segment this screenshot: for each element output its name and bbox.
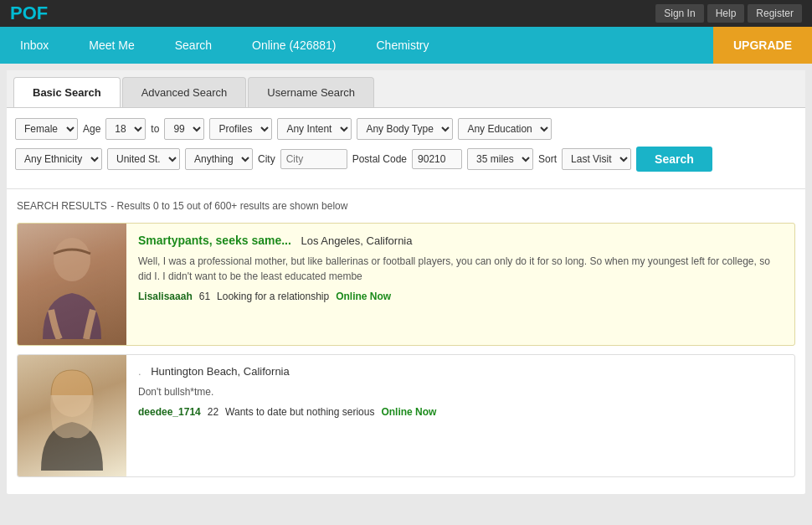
nav-search[interactable]: Search bbox=[155, 27, 232, 64]
sort-select[interactable]: Last Visit bbox=[562, 148, 631, 170]
to-label: to bbox=[151, 123, 159, 135]
result-info-1: Smartypants, seeks same... Los Angeles, … bbox=[126, 224, 794, 345]
age-to-select[interactable]: 99 bbox=[164, 118, 204, 140]
content-area: Basic Search Advanced Search Username Se… bbox=[7, 70, 805, 494]
result-title-row-1: Smartypants, seeks same... Los Angeles, … bbox=[138, 234, 783, 247]
result-online-1: Online Now bbox=[336, 291, 391, 302]
site-logo: POF bbox=[10, 3, 48, 24]
results-title: SEARCH RESULTS bbox=[17, 200, 107, 212]
result-status-1: Looking for a relationship bbox=[217, 291, 329, 302]
age-from-select[interactable]: 18 bbox=[105, 118, 146, 140]
register-button[interactable]: Register bbox=[748, 4, 802, 23]
profile-photo-icon-1 bbox=[34, 230, 110, 339]
intent-select[interactable]: Any Intent bbox=[277, 118, 352, 140]
education-select[interactable]: Any Education bbox=[458, 118, 552, 140]
signin-button[interactable]: Sign In bbox=[655, 4, 703, 23]
result-status-2: Wants to date but nothing serious bbox=[225, 406, 374, 418]
profile-photo-icon-2 bbox=[34, 362, 110, 471]
help-button[interactable]: Help bbox=[707, 4, 745, 23]
postal-input[interactable] bbox=[412, 149, 462, 169]
result-desc-1: Well, I was a professional mother, but l… bbox=[138, 254, 783, 284]
tab-username[interactable]: Username Search bbox=[248, 77, 374, 107]
body-type-select[interactable]: Any Body Type bbox=[357, 118, 453, 140]
result-meta-2: deedee_1714 22 Wants to date but nothing… bbox=[138, 406, 783, 418]
result-location-2: Huntington Beach, California bbox=[151, 365, 290, 378]
age-label: Age bbox=[83, 123, 100, 135]
main-nav: Inbox Meet Me Search Online (426881) Che… bbox=[0, 27, 812, 64]
filter-row-2: Any Ethnicity United St. Anything City P… bbox=[15, 147, 797, 172]
result-title-1[interactable]: Smartypants, seeks same... bbox=[138, 234, 291, 247]
country-select[interactable]: United St. bbox=[107, 148, 180, 170]
gender-select[interactable]: Female bbox=[15, 118, 78, 140]
profiles-select[interactable]: Profiles bbox=[209, 118, 272, 140]
nav-online[interactable]: Online (426881) bbox=[232, 27, 356, 64]
distance-select[interactable]: 35 miles bbox=[467, 148, 533, 170]
postal-label: Postal Code bbox=[352, 153, 407, 165]
tab-basic[interactable]: Basic Search bbox=[13, 77, 121, 107]
nav-upgrade[interactable]: UPGRADE bbox=[713, 27, 812, 64]
sort-label: Sort bbox=[538, 153, 557, 165]
search-button[interactable]: Search bbox=[636, 147, 712, 172]
result-info-2: . Huntington Beach, California Don't bul… bbox=[126, 355, 794, 476]
result-username-1[interactable]: Lisalisaaah bbox=[138, 291, 193, 302]
result-age-1: 61 bbox=[199, 291, 210, 302]
tab-advanced[interactable]: Advanced Search bbox=[122, 77, 247, 107]
result-desc-2: Don't bullsh*tme. bbox=[138, 384, 783, 399]
top-nav: Sign In Help Register bbox=[655, 4, 802, 23]
result-meta-1: Lisalisaaah 61 Looking for a relationshi… bbox=[138, 291, 783, 302]
result-dot-2: . bbox=[138, 365, 144, 378]
city-input[interactable] bbox=[280, 149, 347, 169]
nav-chemistry[interactable]: Chemistry bbox=[356, 27, 449, 64]
results-header: SEARCH RESULTS - Results 0 to 15 out of … bbox=[17, 198, 795, 213]
filter-row-1: Female Age 18 to 99 Profiles Any Intent … bbox=[15, 118, 797, 140]
city-label: City bbox=[258, 153, 275, 165]
result-title-row-2: . Huntington Beach, California bbox=[138, 365, 783, 378]
svg-point-1 bbox=[54, 238, 90, 281]
result-location-1: Los Angeles, California bbox=[301, 234, 413, 247]
result-age-2: 22 bbox=[208, 406, 218, 418]
nav-inbox[interactable]: Inbox bbox=[0, 27, 69, 64]
result-card-2: . Huntington Beach, California Don't bul… bbox=[17, 354, 795, 477]
anything-select[interactable]: Anything bbox=[185, 148, 253, 170]
result-online-2: Online Now bbox=[381, 406, 436, 418]
top-bar: POF Sign In Help Register bbox=[0, 0, 812, 27]
nav-meetme[interactable]: Meet Me bbox=[69, 27, 154, 64]
result-username-2[interactable]: deedee_1714 bbox=[138, 406, 201, 418]
result-photo-1[interactable] bbox=[18, 224, 126, 345]
ethnicity-select[interactable]: Any Ethnicity bbox=[15, 148, 102, 170]
results-subtitle: - Results 0 to 15 out of 600+ results ar… bbox=[110, 200, 347, 212]
result-card-1: Smartypants, seeks same... Los Angeles, … bbox=[17, 223, 795, 346]
search-filters: Female Age 18 to 99 Profiles Any Intent … bbox=[7, 108, 805, 189]
search-tabs: Basic Search Advanced Search Username Se… bbox=[7, 70, 805, 108]
result-photo-2[interactable] bbox=[18, 355, 126, 476]
results-section: SEARCH RESULTS - Results 0 to 15 out of … bbox=[7, 189, 805, 494]
